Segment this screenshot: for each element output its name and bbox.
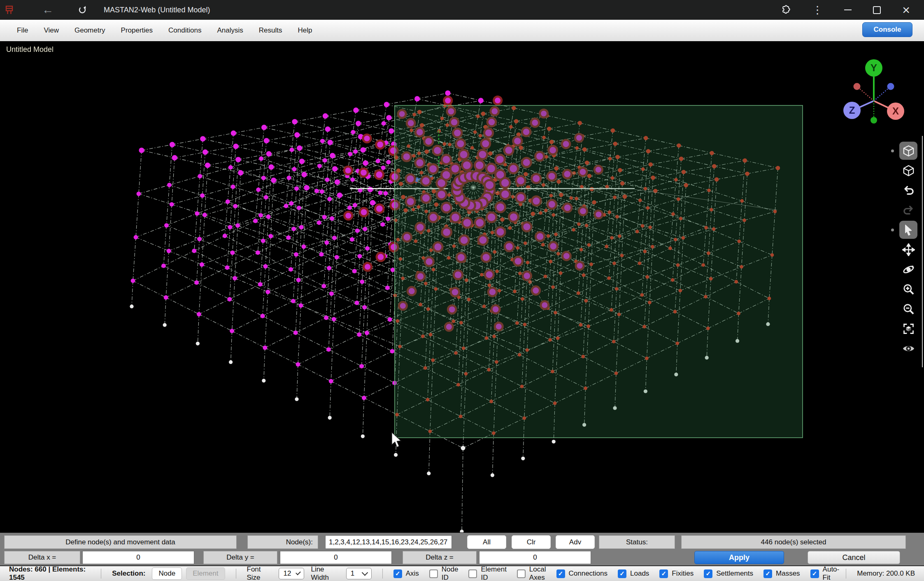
gizmo-z-axis[interactable]: Z bbox=[843, 102, 861, 119]
checkbox-checked-icon[interactable]: ✓ bbox=[556, 569, 565, 578]
menu-results[interactable]: Results bbox=[251, 26, 290, 35]
bottom-panel: Define node(s) and movement data Node(s)… bbox=[0, 532, 924, 565]
menu-view[interactable]: View bbox=[36, 26, 67, 35]
undo-button[interactable] bbox=[888, 180, 922, 200]
gizmo-neg-z-ball[interactable] bbox=[887, 83, 894, 90]
menu-analysis[interactable]: Analysis bbox=[209, 26, 251, 35]
checkbox-checked-icon[interactable]: ✓ bbox=[618, 569, 626, 578]
checkbox-unchecked-icon[interactable] bbox=[429, 569, 438, 578]
toggle-label: Loads bbox=[630, 569, 649, 578]
scene-canvas[interactable] bbox=[0, 41, 924, 532]
gizmo-y-axis[interactable]: Y bbox=[865, 59, 882, 77]
cancel-button[interactable]: Cancel bbox=[808, 551, 900, 564]
browser-menu-icon[interactable]: ⋮ bbox=[812, 5, 823, 15]
line-width-select[interactable]: 1 bbox=[346, 568, 372, 579]
toggle-node-id[interactable]: Node ID bbox=[429, 565, 459, 581]
extensions-icon[interactable] bbox=[780, 5, 791, 15]
toggle-settlements[interactable]: ✓Settlements bbox=[704, 569, 753, 578]
font-size-value: 12 bbox=[283, 569, 291, 578]
toggle-loads[interactable]: ✓Loads bbox=[618, 569, 649, 578]
pointer-icon bbox=[902, 224, 915, 236]
console-button[interactable]: Console bbox=[862, 22, 912, 37]
checkbox-checked-icon[interactable]: ✓ bbox=[393, 569, 402, 578]
font-size-label: Font Size bbox=[247, 565, 272, 581]
minimize-button[interactable] bbox=[844, 9, 852, 10]
advanced-select-button[interactable]: Adv bbox=[556, 535, 595, 549]
model-name-label: Untitled Model bbox=[6, 45, 54, 54]
toggle-label: Fixities bbox=[672, 569, 694, 578]
redo-icon bbox=[902, 204, 915, 217]
toggle-label: Auto-Fit bbox=[823, 565, 840, 581]
display-toggles: ✓AxisNode IDElement IDLocal Axes✓Connect… bbox=[393, 565, 840, 581]
selection-mode-node[interactable]: Node bbox=[152, 567, 182, 580]
clear-selection-button[interactable]: Clr bbox=[512, 535, 551, 549]
checkbox-unchecked-icon[interactable] bbox=[468, 569, 477, 578]
zoom-in-button[interactable] bbox=[888, 279, 922, 299]
pan-button[interactable] bbox=[888, 240, 922, 259]
gizmo-x-axis[interactable]: X bbox=[887, 103, 904, 120]
back-button[interactable]: ← bbox=[42, 4, 54, 16]
toggle-connections[interactable]: ✓Connections bbox=[556, 569, 608, 578]
undo-icon bbox=[902, 184, 915, 197]
toggle-label: Connections bbox=[569, 569, 608, 578]
panel-title: Define node(s) and movement data bbox=[4, 535, 237, 549]
orientation-gizmo[interactable]: Y Z X bbox=[836, 58, 914, 132]
divider bbox=[846, 569, 846, 579]
toggle-element-id[interactable]: Element ID bbox=[468, 565, 506, 581]
checkbox-checked-icon[interactable]: ✓ bbox=[704, 569, 712, 578]
checkbox-checked-icon[interactable]: ✓ bbox=[763, 569, 772, 578]
menu-properties[interactable]: Properties bbox=[113, 26, 161, 35]
delta-z-input[interactable] bbox=[479, 551, 591, 564]
view-cube-top-button[interactable] bbox=[888, 141, 922, 161]
view-toolbar bbox=[888, 141, 922, 358]
menu-conditions[interactable]: Conditions bbox=[161, 26, 209, 35]
apply-button[interactable]: Apply bbox=[694, 551, 784, 564]
toggle-masses[interactable]: ✓Masses bbox=[763, 569, 800, 578]
toggle-label: Axis bbox=[406, 569, 419, 578]
toggle-label: Node ID bbox=[442, 565, 459, 581]
view-cube-button[interactable] bbox=[888, 161, 922, 180]
checkbox-unchecked-icon[interactable] bbox=[517, 569, 526, 578]
gizmo-neg-y-ball[interactable] bbox=[870, 117, 877, 124]
zoom-fit-button[interactable] bbox=[888, 319, 922, 338]
toggle-fixities[interactable]: ✓Fixities bbox=[659, 569, 694, 578]
delta-y-input[interactable] bbox=[280, 551, 392, 564]
zoom-out-button[interactable] bbox=[888, 299, 922, 319]
reload-button[interactable] bbox=[77, 5, 87, 15]
viewport-scrollbar[interactable] bbox=[922, 136, 923, 367]
line-width-label: Line Width bbox=[311, 565, 339, 581]
divider bbox=[101, 569, 101, 579]
toggle-axis[interactable]: ✓Axis bbox=[393, 569, 419, 578]
app-window: ← MASTAN2-Web (Untitled Model) ⋮ × FileV… bbox=[0, 0, 924, 581]
menu-bar: FileViewGeometryPropertiesConditionsAnal… bbox=[0, 20, 924, 41]
maximize-button[interactable] bbox=[873, 6, 881, 14]
select-all-button[interactable]: All bbox=[467, 535, 506, 549]
nodes-label: Node(s): bbox=[247, 535, 318, 549]
titlebar: ← MASTAN2-Web (Untitled Model) ⋮ × bbox=[0, 0, 924, 20]
chevron-down-icon bbox=[361, 569, 368, 576]
svg-text:Z: Z bbox=[849, 105, 855, 116]
visibility-button[interactable] bbox=[888, 338, 922, 358]
menu-geometry[interactable]: Geometry bbox=[67, 26, 113, 35]
toggle-auto-fit[interactable]: ✓Auto-Fit bbox=[810, 565, 840, 581]
font-size-select[interactable]: 12 bbox=[279, 568, 304, 579]
redo-button[interactable] bbox=[888, 200, 922, 220]
nodes-input[interactable] bbox=[325, 535, 452, 549]
menu-file[interactable]: File bbox=[9, 26, 36, 35]
svg-text:X: X bbox=[892, 105, 899, 117]
checkbox-checked-icon[interactable]: ✓ bbox=[810, 569, 819, 578]
close-button[interactable]: × bbox=[902, 3, 910, 16]
delta-x-input[interactable] bbox=[82, 551, 194, 564]
checkbox-checked-icon[interactable]: ✓ bbox=[659, 569, 668, 578]
chevron-down-icon bbox=[296, 570, 301, 575]
gizmo-neg-x-ball[interactable] bbox=[854, 83, 861, 90]
menu-help[interactable]: Help bbox=[290, 26, 320, 35]
svg-text:Y: Y bbox=[870, 62, 877, 73]
viewport-3d[interactable]: Untitled Model Y Z X bbox=[0, 41, 924, 532]
line-width-value: 1 bbox=[351, 569, 354, 578]
orbit-button[interactable] bbox=[888, 259, 922, 279]
delta-y-label: Delta y = bbox=[203, 551, 277, 564]
select-pointer-button[interactable] bbox=[888, 220, 922, 240]
toggle-local-axes[interactable]: Local Axes bbox=[517, 565, 546, 581]
selection-mode-element[interactable]: Element bbox=[186, 567, 225, 580]
